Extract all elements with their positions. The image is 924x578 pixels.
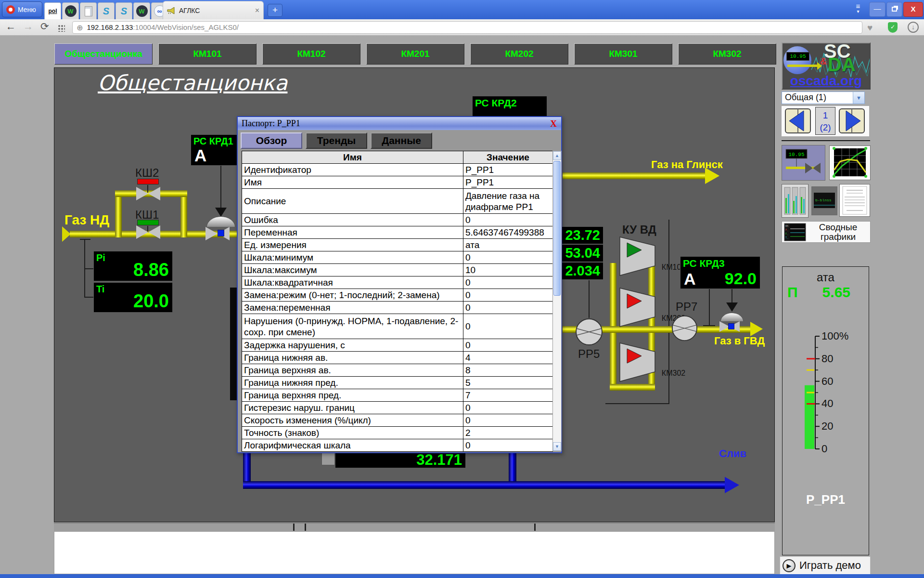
kuvd-border-bottom [605, 403, 669, 404]
ksh2-status-closed[interactable] [137, 179, 159, 184]
row-value: P_PP1 [463, 164, 553, 176]
table-row[interactable]: ОписаниеДавление газа на диафрагме PP1 [242, 189, 553, 214]
table-row[interactable]: Гистерезис наруш. границ0 [242, 402, 553, 414]
download-icon[interactable]: ↓ [908, 22, 919, 33]
webvision-green-2-icon: W [136, 5, 148, 17]
opera-menu-button[interactable]: Меню [2, 1, 42, 17]
row-value: 5 [463, 377, 553, 389]
restore-button[interactable] [886, 2, 902, 17]
thumbnail-valve-page[interactable]: 10.95 [782, 145, 825, 181]
nav-tab-КМ201[interactable]: КМ201 [366, 43, 464, 65]
table-row[interactable]: Замена:режим (0-нет; 1-последний; 2-заме… [242, 289, 553, 302]
km102-compressor[interactable]: КМ102 [619, 236, 655, 276]
active-browser-tab[interactable]: АГЛКС × [163, 1, 264, 19]
nav-tab-КМ101[interactable]: КМ101 [158, 43, 257, 65]
krd3-valve-dome[interactable] [720, 313, 744, 321]
krd1-actuator-line [220, 166, 221, 208]
back-icon[interactable]: ← [6, 21, 16, 32]
scrollbar-thumb[interactable] [553, 161, 561, 296]
ksh2-valve[interactable] [136, 187, 160, 200]
dialog-close-icon[interactable]: X [550, 118, 561, 129]
speed-dial-icon[interactable] [58, 25, 65, 32]
thumbnail-document-page[interactable] [839, 184, 870, 217]
group-select[interactable]: Общая (1) ▼ [782, 92, 865, 104]
pinned-tab-scada-blue-2[interactable]: S [116, 2, 132, 19]
table-row[interactable]: Скорость изменения (%/цикл)0 [242, 414, 553, 427]
nav-tab-КМ301[interactable]: КМ301 [574, 43, 672, 65]
security-shield-icon[interactable]: ✓ [888, 22, 898, 33]
krd1-display[interactable]: РС КРД1 А [191, 134, 244, 166]
table-row[interactable]: Задержка нарушения, с0 [242, 339, 553, 352]
ti-display[interactable]: Ti 20.0 [93, 282, 173, 313]
thumbnail-bars-page[interactable] [782, 184, 808, 218]
table-row[interactable]: Замена:переменная0 [242, 302, 553, 314]
table-row[interactable]: Шкала:минимум0 [242, 251, 553, 264]
nav-tab-КМ202[interactable]: КМ202 [470, 43, 568, 65]
new-tab-button[interactable]: + [268, 4, 282, 17]
gauge-tick-label: 20 [821, 420, 833, 432]
nav-tab-КМ302[interactable]: КМ302 [678, 43, 776, 65]
pinned-tab-webvision-green-2[interactable]: W [133, 2, 150, 19]
forward-icon[interactable]: → [23, 21, 33, 32]
rr5-orifice[interactable] [575, 318, 603, 348]
dialog-tab-Данные[interactable]: Данные [371, 132, 432, 149]
logo-site-link[interactable]: oscada.org [783, 73, 870, 89]
next-page-button[interactable] [836, 107, 867, 135]
url-field[interactable]: ⊕ 192.168.2.133:10004/WebVision/ses_AGLK… [72, 21, 862, 34]
bottom-splitter[interactable] [54, 523, 775, 531]
row-name: Ед. измерения [242, 239, 463, 251]
dialog-title-bar[interactable]: Паспорт: P_PP1 X [238, 117, 561, 130]
table-row[interactable]: Граница верхняя ав.8 [242, 364, 553, 377]
dialog-tab-Обзор[interactable]: Обзор [241, 132, 302, 149]
table-row[interactable]: Граница верхняя пред.7 [242, 389, 553, 402]
tab-list-button[interactable]: ≡ ▾ [851, 3, 865, 14]
pi-display[interactable]: Pi 8.86 [93, 251, 173, 281]
table-row[interactable]: Шкала:квадратичная0 [242, 276, 553, 289]
summary-graphs-button[interactable]: Об P_ F_ T_ Сводные графики [782, 221, 871, 243]
pinned-tab-pol-site[interactable]: pol [44, 2, 61, 19]
table-row[interactable]: Логарифмическая шкала0 [242, 439, 553, 452]
thumbnail-doc-trend-page[interactable]: b-blnss [811, 186, 837, 215]
krd3-display[interactable]: РС КРД3 А 92.0 [680, 256, 760, 289]
km202-compressor[interactable]: КМ202 [619, 288, 655, 327]
close-window-button[interactable]: X [903, 2, 923, 17]
thumbnail-trend-page[interactable] [829, 145, 871, 180]
table-row[interactable]: Граница нижняя пред.5 [242, 377, 553, 389]
row-name: Скорость изменения (%/цикл) [242, 414, 463, 427]
pinned-tab-scada-blue[interactable]: S [98, 2, 115, 19]
table-row[interactable]: Ед. измеренияата [242, 239, 553, 251]
table-row[interactable]: Шкала:максимум10 [242, 264, 553, 276]
table-row[interactable]: Точность (знаков)2 [242, 427, 553, 439]
minimize-button[interactable]: — [869, 2, 886, 17]
rr7-orifice[interactable] [671, 315, 698, 343]
table-row[interactable]: Ошибка0 [242, 214, 553, 226]
play-demo-button[interactable]: ▶ Играть демо [780, 556, 871, 575]
pinned-tab-document-page[interactable] [80, 2, 97, 19]
chevron-down-icon[interactable]: ▼ [853, 92, 864, 104]
site-badge-icon[interactable]: ⊕ [77, 23, 83, 32]
row-name: Гистерезис наруш. границ [242, 402, 463, 414]
reload-icon[interactable]: ⟳ [40, 21, 49, 32]
nav-tab-КМ102[interactable]: КМ102 [262, 43, 360, 65]
km302-compressor[interactable]: КМ302 [619, 342, 655, 382]
table-row[interactable]: Нарушения (0-принужд. НОРМА, 1-подавлени… [242, 314, 553, 339]
scroll-down-icon[interactable]: ▼ [553, 442, 561, 451]
scroll-up-icon[interactable]: ▲ [553, 151, 561, 160]
table-row[interactable]: Граница нижняя ав.4 [242, 352, 553, 364]
nav-tab-Общестанционка[interactable]: Общестанционка [54, 43, 153, 65]
dialog-scrollbar[interactable]: ▲ ▼ [552, 151, 562, 451]
bookmark-heart-icon[interactable]: ♥ [867, 23, 873, 33]
dialog-tab-Тренды[interactable]: Тренды [306, 132, 367, 149]
prev-page-button[interactable] [783, 107, 813, 135]
ksh1-valve[interactable] [136, 225, 160, 239]
table-row[interactable]: ИмяP_PP1 [242, 176, 553, 189]
krd1-valve-dome[interactable] [206, 216, 235, 227]
row-value: P_PP1 [463, 176, 553, 189]
tab-close-icon[interactable]: × [255, 6, 259, 15]
pinned-tab-webvision-green[interactable]: W [62, 2, 79, 19]
oscada-logo[interactable]: 10.95 SC & DA oscada.org [782, 42, 871, 90]
table-row[interactable]: Переменная5.64637467499388 [242, 226, 553, 239]
gauge-tick-label: 80 [821, 353, 833, 365]
ksh1-status-open[interactable] [137, 220, 159, 225]
table-row[interactable]: ИдентификаторP_PP1 [242, 164, 553, 176]
